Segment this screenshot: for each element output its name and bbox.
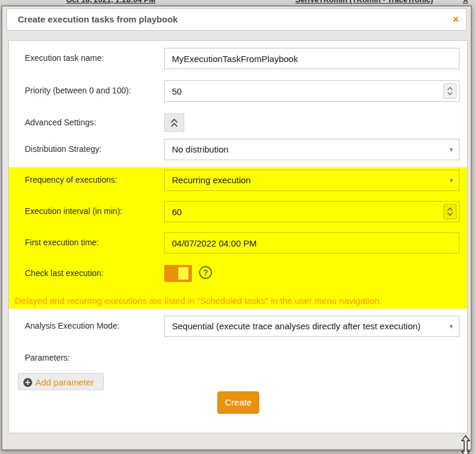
- chevron-down-icon: ▾: [449, 322, 453, 330]
- check-last-execution-toggle[interactable]: [164, 265, 192, 282]
- scheduled-tasks-note: Delayed and recurring executions are lis…: [15, 296, 382, 306]
- task-name-field-wrap: [164, 48, 459, 69]
- dialog-title: Create execution tasks from playbook: [18, 14, 178, 24]
- close-icon[interactable]: ×: [452, 12, 459, 27]
- vertical-resize-cursor-icon: [461, 435, 471, 454]
- add-parameter-label: Add parameter: [35, 377, 94, 387]
- check-last-execution-label: Check last execution:: [25, 268, 103, 278]
- first-execution-time-field-wrap: [164, 232, 459, 254]
- priority-field-wrap: [164, 80, 459, 102]
- background-x-text: X: [463, 0, 468, 4]
- add-parameter-button[interactable]: Add parameter: [18, 373, 104, 390]
- chevron-down-icon: ▾: [449, 145, 453, 154]
- task-name-label: Execution task name:: [25, 53, 104, 63]
- plus-circle-icon: [23, 378, 32, 387]
- priority-spinner[interactable]: [444, 83, 457, 99]
- interval-spinner[interactable]: [444, 204, 457, 219]
- dialog-body: Execution task name: Priority (between 0…: [8, 40, 468, 433]
- double-chevron-up-icon: [169, 118, 179, 128]
- distribution-strategy-select[interactable]: No distribution ▾: [164, 139, 459, 160]
- spinner-up-down-icon: [447, 207, 453, 216]
- create-button[interactable]: Create: [217, 391, 259, 414]
- frequency-select[interactable]: Recurring execution ▾: [164, 170, 459, 191]
- interval-field-wrap: [164, 201, 459, 222]
- frequency-value: Recurring execution: [172, 175, 250, 185]
- toggle-knob: [178, 267, 188, 280]
- dialog-header: Create execution tasks from playbook ×: [6, 8, 467, 31]
- interval-label: Execution interval (in min):: [25, 206, 122, 216]
- analysis-mode-select[interactable]: Sequential (execute trace analyses direc…: [164, 316, 459, 337]
- spinner-up-down-icon: [447, 86, 453, 96]
- chevron-down-icon: ▾: [449, 176, 453, 184]
- help-question-icon[interactable]: ?: [199, 266, 212, 279]
- frequency-label: Frequency of executions:: [25, 175, 117, 184]
- create-execution-tasks-dialog: Create execution tasks from playbook × E…: [1, 5, 472, 450]
- priority-label: Priority (between 0 and 100):: [25, 86, 131, 95]
- analysis-mode-label: Analysis Execution Mode:: [25, 321, 119, 330]
- distribution-strategy-label: Distribution Strategy:: [25, 144, 102, 154]
- background-user-text: SeriVeTKomIn (TKomIn - TraceTronic): [295, 0, 433, 4]
- task-name-input[interactable]: [164, 48, 459, 69]
- priority-input[interactable]: [164, 80, 459, 102]
- first-execution-time-input[interactable]: [164, 232, 459, 254]
- analysis-mode-value: Sequential (execute trace analyses direc…: [172, 321, 420, 331]
- advanced-settings-label: Advanced Settings:: [25, 118, 96, 127]
- first-execution-time-label: First execution time:: [25, 238, 99, 247]
- advanced-settings-collapse-button[interactable]: [164, 114, 184, 132]
- interval-input[interactable]: [164, 201, 459, 222]
- screen: Oct 18, 2021, 1:28:04 PM SeriVeTKomIn (T…: [0, 0, 476, 454]
- background-timestamp: Oct 18, 2021, 1:28:04 PM: [66, 0, 155, 4]
- background-row: Oct 18, 2021, 1:28:04 PM SeriVeTKomIn (T…: [0, 0, 476, 5]
- parameters-label: Parameters:: [25, 353, 70, 362]
- distribution-strategy-value: No distribution: [172, 144, 229, 154]
